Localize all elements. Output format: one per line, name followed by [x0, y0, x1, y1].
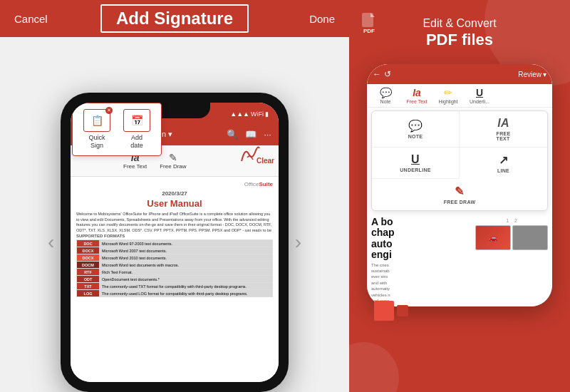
app-logo: OfficeSuite — [244, 181, 273, 187]
table-row: DOCMicrosoft Word 97-2003 text documents… — [77, 240, 273, 247]
dd-free-draw-label: FREE DRAW — [444, 200, 476, 205]
rp-dropdown-menu[interactable]: 💬 NOTE Ia FREETEXT U UNDERLINE ↗ LINE — [371, 110, 548, 211]
right-phone-screen: ← ↺ Review ▾ 💬 Note Ia — [367, 64, 552, 306]
formats-table: DOCMicrosoft Word 97-2003 text documents… — [76, 239, 273, 297]
dd-underline-icon: U — [411, 153, 420, 166]
table-row: ODTOpenDocument text documents.* — [77, 276, 273, 283]
rp-dd-free-text[interactable]: Ia FREETEXT — [460, 111, 547, 148]
document-date: 2020/3/27 — [76, 190, 273, 197]
right-nav-arrow[interactable]: › — [295, 231, 301, 254]
red-deco — [374, 301, 408, 321]
dd-note-icon: 💬 — [408, 119, 423, 133]
note-icon: 💬 — [380, 87, 392, 98]
document-content: OfficeSuite 2020/3/27 User Manual Welcom… — [71, 177, 279, 382]
quick-sign-label: QuickSign — [88, 134, 105, 150]
signature-icon: 📋 — [91, 115, 103, 126]
rp-underline-tool[interactable]: U Underli... — [464, 87, 495, 104]
more-icon[interactable]: ··· — [264, 129, 271, 140]
pdf-icon: PDF — [361, 13, 378, 36]
calendar-icon: 📅 — [131, 115, 143, 126]
free-text-ann-label: Free Text — [406, 99, 427, 104]
rp-refresh-icon[interactable]: ↺ — [384, 69, 391, 79]
done-button[interactable]: Done — [309, 13, 335, 25]
thumbnails: 🚗 — [475, 225, 548, 250]
table-row: TXTThe commonly-used TXT format for comp… — [77, 283, 273, 290]
note-label: Note — [380, 99, 391, 104]
left-nav-arrow[interactable]: ‹ — [48, 231, 54, 254]
rp-review-button[interactable]: Review ▾ — [518, 71, 546, 78]
page-numbers: 1 2 — [475, 218, 548, 223]
add-date-label: Adddate — [130, 134, 143, 150]
table-row: DOCXMicrosoft Word 2010 text documents. — [77, 254, 273, 262]
left-panel: Cancel Add Signature Done Place your sig… — [0, 0, 349, 392]
rp-toolbar-left: ← ↺ — [373, 69, 391, 79]
rp-doc-text: A bochapautoengi The criessustainabever … — [371, 217, 472, 304]
phone-signal-icons: ▲▲▲ WiFi ▮ — [230, 110, 269, 118]
rp-toolbar: ← ↺ Review ▾ — [367, 64, 552, 84]
document-intro: Welcome to Mobisystems' OfficeSuite for … — [76, 212, 273, 232]
phone-screen: 9:53 ▲▲▲ WiFi ▮ ← ↺ — [71, 103, 279, 382]
free-text-ann-icon: Ia — [413, 87, 421, 98]
dd-line-icon: ↗ — [499, 153, 508, 167]
rp-dd-line[interactable]: ↗ LINE — [460, 148, 547, 179]
free-draw-icon: ✎ — [169, 152, 177, 163]
table-row: RTFRich Text Format. — [77, 269, 273, 276]
red-square-1 — [374, 301, 394, 321]
table-row: DOCMMicrosoft Word text documents with m… — [77, 262, 273, 269]
x-badge: ✕ — [105, 107, 113, 114]
quick-sign-icon-box: 📋 ✕ — [83, 109, 110, 132]
quick-sign-popup[interactable]: 📋 ✕ QuickSign 📅 Adddate — [72, 103, 162, 156]
red-square-2 — [397, 305, 408, 316]
logo-row: OfficeSuite — [76, 181, 273, 187]
page-title: Add Signature — [100, 4, 249, 33]
rp-free-text-tool[interactable]: Ia Free Text — [401, 87, 432, 104]
free-draw-tool[interactable]: ✎ Free Draw — [160, 152, 186, 170]
dd-line-label: LINE — [497, 168, 509, 173]
underline-label: Underli... — [470, 99, 489, 104]
deco-circle-2 — [349, 342, 399, 392]
dd-free-text-icon: Ia — [497, 117, 509, 130]
phone-mockup: 9:53 ▲▲▲ WiFi ▮ ← ↺ — [61, 93, 289, 392]
add-date-icon-box: 📅 — [123, 109, 150, 132]
thumb-1[interactable]: 🚗 — [475, 225, 511, 250]
cancel-button[interactable]: Cancel — [14, 13, 48, 25]
rp-doc-subtext: The criessustainabever stroand with auto… — [371, 262, 472, 304]
rp-dd-free-draw[interactable]: ✎ FREE DRAW — [372, 179, 547, 210]
right-panel: PDF Edit & Convert PDF files ← ↺ Review … — [349, 0, 570, 392]
highlight-icon: ✏ — [444, 87, 452, 98]
book-icon[interactable]: 📖 — [245, 129, 256, 140]
supported-formats-label: SUPPORTED FORMATS — [76, 234, 273, 238]
rp-doc-content: A bochapautoengi The criessustainabever … — [367, 214, 552, 306]
dd-note-label: NOTE — [408, 134, 423, 139]
header-bar: Cancel Add Signature Done — [0, 0, 349, 37]
highlight-label: Highlight — [438, 99, 457, 104]
rp-dd-underline[interactable]: U UNDERLINE — [372, 148, 460, 179]
svg-text:PDF: PDF — [363, 28, 375, 33]
rp-dd-note[interactable]: 💬 NOTE — [372, 111, 460, 148]
dd-underline-label: UNDERLINE — [400, 167, 431, 172]
rp-highlight-tool[interactable]: ✏ Highlight — [432, 87, 464, 104]
underline-icon: U — [476, 87, 483, 98]
free-draw-label: Free Draw — [160, 163, 186, 170]
table-row: LOGThe commonly-used LOG format for comp… — [77, 290, 273, 297]
toolbar-icons: 🔍 📖 ··· — [227, 129, 271, 140]
right-phone-mockup: ← ↺ Review ▾ 💬 Note Ia — [367, 64, 552, 306]
rp-note-tool[interactable]: 💬 Note — [370, 87, 401, 104]
thumbnail-area: 1 2 🚗 — [475, 218, 548, 304]
add-date-item[interactable]: 📅 Adddate — [118, 109, 155, 150]
document-title: User Manual — [76, 198, 273, 209]
rp-doc-heading: A bochapautoengi — [371, 217, 472, 261]
signature-area[interactable]: Place your signature or initials 9:53 ▲▲… — [0, 37, 349, 392]
dd-free-draw-icon: ✎ — [455, 185, 464, 198]
right-phone-outer: ← ↺ Review ▾ 💬 Note Ia — [367, 64, 552, 306]
rp-annotation-bar: 💬 Note Ia Free Text ✏ Highlight U Underl… — [367, 84, 552, 108]
table-row: DOCXMicrosoft Word 2007 text documents. — [77, 247, 273, 254]
quick-sign-item[interactable]: 📋 ✕ QuickSign — [78, 109, 115, 150]
dd-free-text-label: FREETEXT — [497, 131, 511, 141]
thumb-2[interactable] — [512, 225, 548, 250]
search-icon[interactable]: 🔍 — [227, 129, 238, 140]
free-text-label: Free Text — [123, 163, 147, 170]
rp-dropdown-arrow: ▾ — [543, 71, 546, 78]
rp-back-icon[interactable]: ← — [373, 69, 381, 79]
